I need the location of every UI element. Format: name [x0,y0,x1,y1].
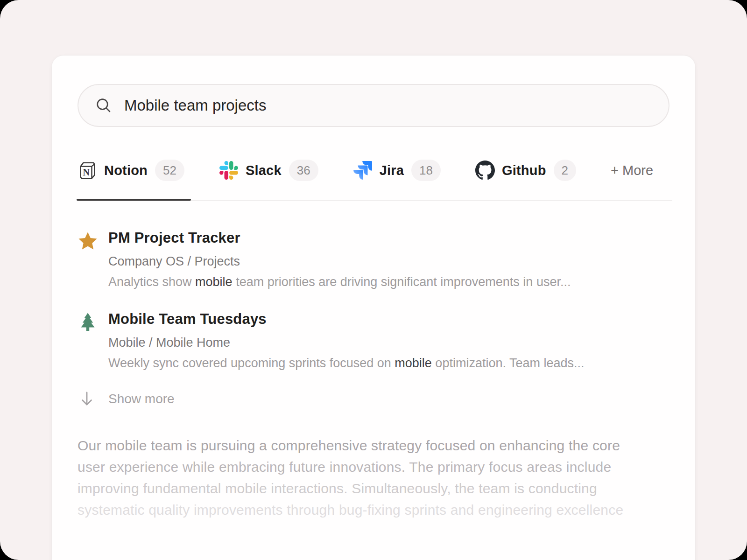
search-icon [95,97,112,114]
summary-line: improving fundamental mobile interaction… [78,478,669,499]
tree-icon [78,312,98,332]
result-title: PM Project Tracker [108,230,571,246]
tab-jira[interactable]: Jira 18 [353,160,441,181]
tab-slack-label: Slack [246,163,282,178]
summary-line: systematic quality improvements through … [78,499,669,521]
source-tabs: N Notion 52 Slack 36 [78,160,669,201]
notion-icon: N [78,161,97,180]
search-panel: N Notion 52 Slack 36 [51,55,696,560]
highlighted-term: mobile [195,275,233,289]
tab-github-label: Github [502,163,546,178]
tab-slack[interactable]: Slack 36 [219,160,318,181]
tab-github-count-badge: 2 [554,160,576,181]
github-icon [475,161,495,180]
svg-text:N: N [83,167,90,177]
tab-notion[interactable]: N Notion 52 [78,160,184,181]
arrow-down-icon [79,391,94,407]
tab-jira-count-badge: 18 [411,160,441,181]
results-list: PM Project Tracker Company OS / Projects… [78,230,669,371]
tab-github[interactable]: Github 2 [475,160,576,181]
star-icon [78,231,98,251]
show-more-button[interactable]: Show more [78,391,669,407]
jira-icon [353,161,373,180]
show-more-label: Show more [108,392,175,406]
tab-notion-label: Notion [104,163,148,178]
tab-slack-count-badge: 36 [289,160,318,181]
result-snippet: Analytics show mobile team priorities ar… [108,275,571,289]
screen-background: N Notion 52 Slack 36 [0,0,747,560]
tab-more[interactable]: + More [611,163,653,178]
result-snippet: Weekly sync covered upcoming sprints foc… [108,356,585,371]
summary-line: user experience while embracing future i… [78,456,669,478]
tab-notion-count-badge: 52 [155,160,184,181]
slack-icon [219,161,239,180]
search-bar[interactable] [78,84,669,127]
ai-summary-text: Our mobile team is pursuing a comprehens… [78,435,669,521]
tab-jira-label: Jira [380,163,404,178]
result-breadcrumb: Company OS / Projects [108,254,571,269]
result-item-pm-project-tracker[interactable]: PM Project Tracker Company OS / Projects… [78,230,669,289]
result-title: Mobile Team Tuesdays [108,311,585,328]
highlighted-term: mobile [395,356,432,370]
result-item-mobile-team-tuesdays[interactable]: Mobile Team Tuesdays Mobile / Mobile Hom… [78,311,669,371]
search-input[interactable] [124,97,652,114]
result-breadcrumb: Mobile / Mobile Home [108,336,585,350]
summary-line: Our mobile team is pursuing a comprehens… [78,435,669,456]
